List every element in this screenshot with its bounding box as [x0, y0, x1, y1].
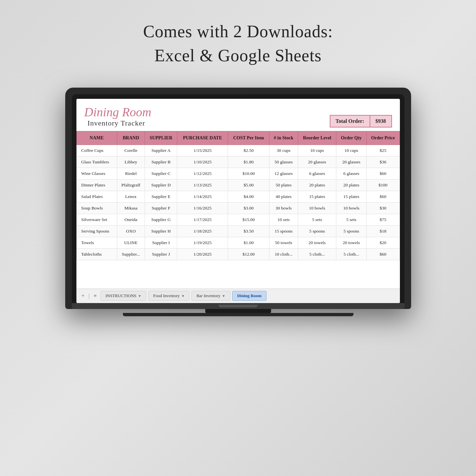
col-header-6: Reorder Level — [298, 131, 336, 145]
table-header-row: NAMEBRANDSUPPLIERPURCHASE DATECOST Per I… — [76, 131, 400, 145]
cell-9-4: $12.00 — [228, 249, 269, 260]
cell-1-5: 50 glasses — [269, 156, 298, 168]
cell-7-3: 1/18/2025 — [177, 226, 228, 237]
cell-7-8: $18 — [366, 226, 400, 237]
cell-6-7: 5 sets — [336, 214, 366, 226]
cell-0-5: 30 cups — [269, 145, 298, 156]
table-row: Salad PlatesLenoxSupplier E1/14/2025$4.0… — [76, 191, 400, 203]
inventory-tracker-subtitle: Inventory Tracker — [88, 119, 152, 127]
cell-7-2: Supplier H — [145, 226, 177, 237]
cell-4-4: $4.00 — [228, 191, 269, 203]
table-row: TowelsULINESupplier I1/19/2025$1.0050 to… — [76, 237, 400, 249]
tabs-bar: + | ≡ INSTRUCTIONS ▼Food Inventory ▼Bar … — [76, 289, 400, 303]
table-row: TableclothsSupplier...Supplier J1/20/202… — [76, 249, 400, 260]
cell-7-5: 15 spoons — [269, 226, 298, 237]
cell-8-8: $20 — [366, 237, 400, 249]
cell-0-3: 1/15/2025 — [177, 145, 228, 156]
col-header-1: BRAND — [117, 131, 145, 145]
cell-2-5: 12 glasses — [269, 168, 298, 180]
cell-5-5: 30 bowls — [269, 203, 298, 214]
cell-3-3: 1/13/2025 — [177, 180, 228, 191]
cell-7-4: $3.50 — [228, 226, 269, 237]
cell-3-4: $5.00 — [228, 180, 269, 191]
cell-6-4: $15.00 — [228, 214, 269, 226]
cell-1-6: 20 glasses — [298, 156, 336, 168]
cell-1-7: 20 glasses — [336, 156, 366, 168]
laptop-base — [72, 303, 405, 309]
cell-8-6: 20 towels — [298, 237, 336, 249]
col-header-5: # in Stock — [269, 131, 298, 145]
cell-5-2: Supplier F — [145, 203, 177, 214]
cell-8-3: 1/19/2025 — [177, 237, 228, 249]
tab-bar-inventory[interactable]: Bar Inventory ▼ — [191, 291, 230, 301]
screen-bezel: Dining Room Inventory Tracker Total Orde… — [72, 94, 405, 303]
cell-9-3: 1/20/2025 — [177, 249, 228, 260]
cell-5-4: $3.00 — [228, 203, 269, 214]
col-header-4: COST Per Item — [228, 131, 269, 145]
cell-0-0: Coffee Cups — [76, 145, 117, 156]
cell-5-3: 1/16/2025 — [177, 203, 228, 214]
cell-2-0: Wine Glasses — [76, 168, 117, 180]
laptop-stand — [205, 309, 271, 313]
cell-8-2: Supplier I — [145, 237, 177, 249]
cell-1-1: Libbey — [117, 156, 145, 168]
tab-instructions[interactable]: INSTRUCTIONS ▼ — [100, 291, 146, 301]
total-order-box: Total Order: $938 — [330, 115, 392, 127]
table-container: NAMEBRANDSUPPLIERPURCHASE DATECOST Per I… — [76, 131, 400, 288]
headline: Comes with 2 Downloads: Excel & Google S… — [143, 20, 333, 68]
cell-7-7: 5 spoons — [336, 226, 366, 237]
cell-7-1: OXO — [117, 226, 145, 237]
cell-0-4: $2.50 — [228, 145, 269, 156]
cell-8-5: 50 towels — [269, 237, 298, 249]
add-sheet-button[interactable]: + — [80, 292, 87, 299]
cell-9-2: Supplier J — [145, 249, 177, 260]
cell-5-6: 10 bowls — [298, 203, 336, 214]
cell-4-7: 15 plates — [336, 191, 366, 203]
cell-2-2: Supplier C — [145, 168, 177, 180]
cell-4-5: 40 plates — [269, 191, 298, 203]
cell-9-6: 5 cloth... — [298, 249, 336, 260]
cell-8-0: Towels — [76, 237, 117, 249]
col-header-8: Order Price — [366, 131, 400, 145]
cell-2-3: 1/12/2025 — [177, 168, 228, 180]
cell-7-0: Serving Spoons — [76, 226, 117, 237]
cell-6-8: $75 — [366, 214, 400, 226]
cell-6-2: Supplier G — [145, 214, 177, 226]
inventory-table: NAMEBRANDSUPPLIERPURCHASE DATECOST Per I… — [76, 131, 400, 260]
table-row: Wine GlassesRiedelSupplier C1/12/2025$10… — [76, 168, 400, 180]
tab-dining-room[interactable]: Dining Room — [232, 291, 266, 301]
sheets-menu-button[interactable]: ≡ — [92, 292, 98, 299]
cell-3-7: 20 plates — [336, 180, 366, 191]
laptop-frame: Dining Room Inventory Tracker Total Orde… — [65, 88, 411, 309]
table-row: Serving SpoonsOXOSupplier H1/18/2025$3.5… — [76, 226, 400, 237]
col-header-3: PURCHASE DATE — [177, 131, 228, 145]
cell-9-0: Tablecloths — [76, 249, 117, 260]
cell-2-6: 6 glasses — [298, 168, 336, 180]
tab-dropdown-arrow: ▼ — [222, 294, 225, 298]
tab-dropdown-arrow: ▼ — [182, 294, 185, 298]
cell-6-3: 1/17/2025 — [177, 214, 228, 226]
cell-6-0: Silverware Set — [76, 214, 117, 226]
cell-3-6: 20 plates — [298, 180, 336, 191]
dining-room-title: Dining Room — [84, 105, 152, 119]
cell-3-1: Pfaltzgraff — [117, 180, 145, 191]
tab-food-inventory[interactable]: Food Inventory ▼ — [148, 291, 189, 301]
total-order-label: Total Order: — [330, 116, 370, 127]
cell-5-8: $30 — [366, 203, 400, 214]
cell-5-7: 10 bowls — [336, 203, 366, 214]
cell-1-0: Glass Tumblers — [76, 156, 117, 168]
cell-4-6: 15 plates — [298, 191, 336, 203]
laptop-notch — [218, 305, 258, 307]
page-wrapper: Comes with 2 Downloads: Excel & Google S… — [0, 0, 476, 476]
table-body: Coffee CupsCorelleSupplier A1/15/2025$2.… — [76, 145, 400, 260]
table-row: Soup BowlsMikasaSupplier F1/16/2025$3.00… — [76, 203, 400, 214]
col-header-2: SUPPLIER — [145, 131, 177, 145]
cell-8-7: 20 towels — [336, 237, 366, 249]
cell-3-8: $100 — [366, 180, 400, 191]
spreadsheet: Dining Room Inventory Tracker Total Orde… — [76, 99, 400, 303]
table-row: Coffee CupsCorelleSupplier A1/15/2025$2.… — [76, 145, 400, 156]
cell-3-5: 50 plates — [269, 180, 298, 191]
table-row: Dinner PlatesPfaltzgraffSupplier D1/13/2… — [76, 180, 400, 191]
cell-4-3: 1/14/2025 — [177, 191, 228, 203]
cell-1-2: Supplier B — [145, 156, 177, 168]
